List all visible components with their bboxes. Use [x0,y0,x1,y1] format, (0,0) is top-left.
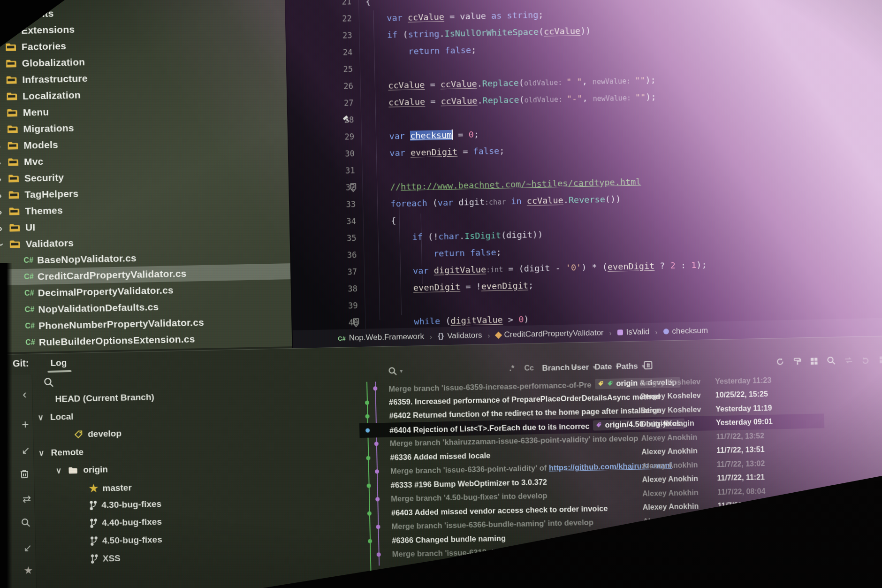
git-tool-window: Git: Log Bookmarks ‹ + ↙ ⇄ ↙ ★ ◯ HEAD (C… [0,335,882,588]
breadcrumb-separator: › [430,332,432,340]
breadcrumb-item-validators[interactable]: {}Validators [438,331,482,341]
branch-item-xss[interactable]: XSS [91,553,121,564]
tab-log[interactable]: Log [50,358,67,368]
chevron-icon[interactable]: › [0,91,3,102]
line-number[interactable]: 23 [286,31,352,41]
commit-list[interactable]: Merge branch 'issue-6359-increase-perfor… [358,370,882,588]
branch-item-master[interactable]: ★master [89,481,132,495]
star-icon[interactable]: ★ [22,565,35,577]
chevron-icon[interactable]: › [0,25,2,36]
branch-item-4-50-bug-fixes[interactable]: 4.50-bug-fixes [90,535,162,546]
git-branches-panel: HEAD (Current Branch)∨Localdevelop∨Remot… [32,368,365,588]
chevron-icon[interactable]: › [0,124,4,135]
line-number[interactable]: 35 [290,233,356,244]
branches-search-icon[interactable] [44,377,54,388]
tree-item-label: TagHelpers [24,188,78,200]
branch-label: Remote [51,447,84,458]
chevron-down-icon[interactable]: ∨ [38,448,45,458]
go-to-hash-icon[interactable] [643,360,653,370]
branch-item-local[interactable]: ∨Local [38,412,74,423]
compare-icon[interactable] [844,356,853,364]
line-number[interactable]: 25 [287,64,353,75]
line-number[interactable]: 29 [289,132,354,143]
csharp-file-icon: C# [24,305,34,314]
line-number[interactable]: 21 [286,0,351,8]
line-number[interactable]: 32 [289,183,355,193]
branch-item-head-current-branch-[interactable]: HEAD (Current Branch) [55,392,154,404]
paint-roller-icon[interactable] [793,357,801,366]
breadcrumb-separator: › [487,331,490,339]
chevron-icon[interactable]: › [0,42,2,53]
commit-date: 11/7/22, 11:21 [717,473,797,483]
line-number[interactable]: 30 [289,149,355,160]
regex-toggle[interactable]: .* [509,364,514,373]
code-editor[interactable]: ? ext methods? exposing APIs override bo… [285,0,882,348]
line-number[interactable]: 24 [287,47,352,58]
arrow-down-left-icon[interactable]: ↙ [21,542,35,555]
filter-paths[interactable]: Paths ▼ [616,361,646,371]
arrow-down-left-icon[interactable]: ↙ [19,444,33,457]
breadcrumb-item-isvalid[interactable]: IsValid [617,327,650,337]
branch-label: develop [88,428,122,439]
zoom-icon[interactable] [827,356,836,365]
line-number[interactable]: 34 [290,216,356,227]
chevron-down-icon[interactable]: ∨ [56,466,62,475]
line-number[interactable]: 31 [289,166,355,176]
undo-icon[interactable] [861,356,870,364]
chevron-icon[interactable]: › [0,140,5,151]
merge-arrows-icon[interactable]: ⇄ [20,493,34,506]
line-number[interactable]: 39 [292,301,357,312]
line-number[interactable]: 22 [286,14,352,24]
commit-date: 11/2/22, 21:06 [718,514,798,524]
line-number[interactable]: 27 [288,98,353,109]
breadcrumb-label: checksum [672,326,708,336]
branch-item-4-30-bug-fixes[interactable]: 4.30-bug-fixes [89,499,161,511]
class-icon [494,331,502,339]
refresh-icon[interactable] [776,357,784,366]
folder-icon [5,59,17,69]
chevron-icon[interactable]: › [0,190,6,200]
line-number[interactable]: 33 [290,199,356,210]
chevron-icon[interactable]: › [0,239,7,250]
chevron-icon[interactable]: › [0,9,2,20]
filter-user[interactable]: User ▼ [571,362,597,372]
namespace-icon: {} [438,331,444,341]
branch-item-develop[interactable]: develop [74,428,122,440]
match-case-toggle[interactable]: Cc [524,364,534,372]
trash-icon[interactable] [20,469,33,480]
bookmarks-tool-label[interactable]: Bookmarks [0,493,4,539]
chevron-icon[interactable]: › [0,222,6,233]
chevron-icon[interactable]: › [0,173,5,184]
breadcrumb-item-checksum[interactable]: checksum [663,326,708,336]
breadcrumb-item-creditcardpropertyvalidator[interactable]: CreditCardPropertyValidator [495,328,604,340]
line-number[interactable]: 36 [291,250,357,261]
chevron-icon[interactable]: › [0,58,3,69]
log-search-icon[interactable]: ▾ [388,367,403,376]
line-number[interactable]: 26 [288,81,353,92]
chevron-icon[interactable]: › [0,107,4,118]
csharp-file-icon: C# [25,338,35,347]
layout-grid-icon[interactable] [810,357,818,365]
graph-commit-dot [376,525,380,529]
tree-item-label: DecimalPropertyValidator.cs [38,284,174,298]
line-number[interactable]: 38 [292,284,357,295]
chevron-icon[interactable]: › [0,75,3,85]
search-icon[interactable] [21,518,34,528]
breadcrumb-item-nop.web.framework[interactable]: C#Nop.Web.Framework [338,332,424,343]
grid-icon[interactable] [879,355,882,364]
chevron-icon[interactable]: › [0,157,5,168]
branch-item-remote[interactable]: ∨Remote [38,447,84,458]
add-icon[interactable]: + [18,417,32,432]
line-number[interactable]: 37 [291,267,357,278]
branch-item-4-40-bug-fixes[interactable]: 4.40-bug-fixes [90,517,162,528]
chevron-icon[interactable]: › [0,206,6,217]
branch-item-origin[interactable]: ∨origin [56,464,108,475]
commit-message: #6366 Changed bundle naming [392,534,506,545]
hammer-icon [342,115,350,123]
line-number[interactable]: 40 [292,318,358,328]
collapse-icon[interactable]: ‹ [18,387,31,402]
tree-item-label: Controllers [20,0,74,3]
chevron-down-icon[interactable]: ∨ [38,412,44,422]
folder-icon [7,141,19,151]
chevron-icon[interactable]: › [0,0,1,4]
